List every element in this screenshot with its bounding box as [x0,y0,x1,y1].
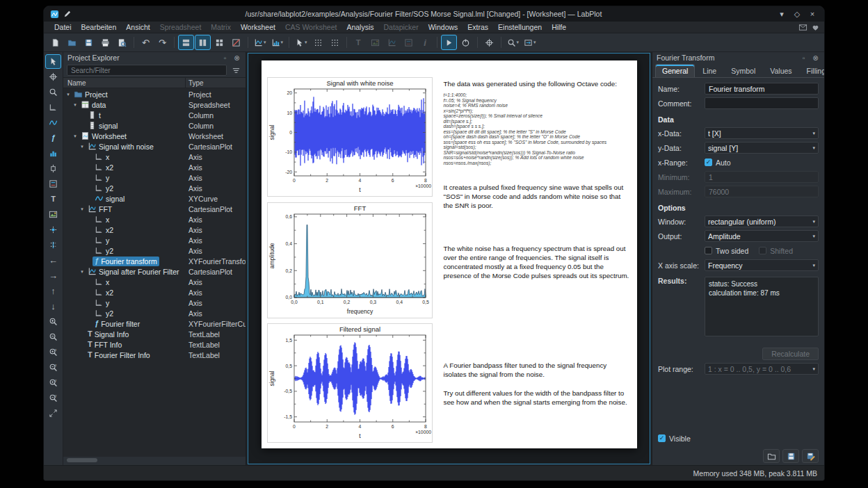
zoom-in-tool[interactable] [45,314,61,329]
tree-row[interactable]: x2Axis [63,287,246,298]
expander-icon[interactable]: ▾ [72,133,79,139]
tree-row[interactable]: xAxis [63,214,246,225]
column-header-type[interactable]: Type [186,78,246,88]
project-explorer-header[interactable]: Project Explorer ▫ ⊗ [63,52,246,63]
auto-scale-tool[interactable] [45,406,61,421]
horizontal-scrollbar[interactable] [65,457,243,463]
add-histogram-tool[interactable] [45,146,61,161]
menu-analysis[interactable]: Analysis [341,22,378,32]
add-plot-button[interactable]: ▾ [252,35,268,50]
open-button[interactable] [64,35,80,50]
menu-windows[interactable]: Windows [424,22,463,32]
tab-line[interactable]: Line [696,64,723,77]
tree-row[interactable]: ƒFourier filterXYFourierFilterCurve [63,318,246,329]
minimum-input[interactable] [705,171,819,183]
tree-row[interactable]: ▾ProjectProject [63,89,246,99]
magnification-button[interactable]: ▾ [522,35,538,50]
donate-icon[interactable] [810,22,820,32]
zoom-out-y-tool[interactable]: y [45,391,61,405]
expander-icon[interactable]: ▾ [79,144,86,149]
plot-range-combo[interactable]: 1 : x = 0 .. 0,5, y = 0 .. 0,6▾ [705,363,819,375]
name-input[interactable] [705,83,819,95]
tree-row[interactable]: xAxis [63,152,246,162]
select-tool[interactable] [45,54,61,69]
add-legend-tool[interactable] [45,177,61,191]
save-template-button[interactable] [782,449,799,463]
maximum-input[interactable] [705,186,819,197]
comment-input[interactable] [705,97,819,109]
zoom-in-x-tool[interactable]: x [45,345,61,359]
menu-einstellungen[interactable]: Einstellungen [493,22,547,32]
tab-filling[interactable]: Filling [800,64,825,77]
navigate-button[interactable] [481,35,497,50]
tab-symbol[interactable]: Symbol [724,64,762,77]
zoom-out-x-tool[interactable]: x [45,360,61,375]
auto-checkbox[interactable] [705,158,712,166]
mouse-mode-button[interactable]: ▾ [293,35,310,50]
print-preview-button[interactable] [114,35,130,50]
menu-hilfe[interactable]: Hilfe [547,22,571,32]
shift-left-x-tool[interactable]: ← [45,253,61,268]
expander-icon[interactable]: ▾ [65,92,72,97]
tree-row[interactable]: ▾FFTCartesianPlot [63,204,246,214]
output-combo[interactable]: Amplitude▾ [705,230,819,242]
stop-button[interactable] [458,35,474,50]
tree-row[interactable]: xAxis [63,277,246,287]
add-child-plot-button[interactable] [384,35,400,50]
search-input[interactable] [67,65,227,76]
two-sided-checkbox[interactable] [705,247,712,254]
plot-signal-with-noise[interactable]: Signal with white noise0246820100-10-20t… [267,77,433,197]
properties-header[interactable]: Fourier Transform ▫ ⊗ [652,52,824,63]
menu-extras[interactable]: Extras [463,22,493,32]
tree-row[interactable]: x2Axis [63,162,246,172]
load-template-button[interactable] [763,449,780,463]
add-equation-curve-tool[interactable]: ƒ [45,131,61,145]
recalculate-button[interactable]: Recalculate [762,348,819,360]
add-xy-curve-tool[interactable] [45,115,61,130]
no-grid-button[interactable] [310,35,326,50]
add-image-button[interactable] [367,35,383,50]
tree-row[interactable]: yAxis [63,235,246,245]
tab-general[interactable]: General [655,64,695,77]
grid-layout-button[interactable] [211,35,227,50]
start-button[interactable] [441,35,457,50]
add-reference-line-tool[interactable] [45,238,61,252]
maximize-button[interactable]: ◇ [791,10,803,19]
close-button[interactable]: × [806,10,819,18]
y-data-combo[interactable]: signal [Y]▾ [705,142,819,154]
export-template-button[interactable] [802,449,819,463]
zoom-select-tool[interactable] [45,85,61,99]
column-header-name[interactable]: Name [63,78,186,88]
tab-values[interactable]: Values [763,64,798,77]
worksheet-canvas[interactable]: Signal with white noise0246820100-10-20t… [262,60,637,448]
float-dock-icon[interactable]: ▫ [220,54,230,62]
tree-row[interactable]: ƒFourier transformXYFourierTransformCurv… [63,256,246,266]
tree-row[interactable]: yAxis [63,172,246,183]
redo-button[interactable]: ↷ [154,35,170,50]
add-custom-point-tool[interactable] [45,222,61,237]
tree-row[interactable]: tColumn [63,110,246,120]
break-layout-button[interactable] [228,35,244,50]
x-axis-scale-combo[interactable]: Frequency▾ [705,259,819,271]
close-dock-icon[interactable]: ⊗ [232,54,241,62]
close-properties-icon[interactable]: ⊗ [811,54,820,62]
save-button[interactable] [81,35,97,50]
tree-row[interactable]: TFFT InfoTextLabel [63,339,246,350]
shift-up-y-tool[interactable]: ↑ [45,284,61,298]
add-info-element-button[interactable]: i [417,35,433,50]
scrollbar-handle[interactable] [67,458,97,462]
shifted-checkbox[interactable] [759,247,766,254]
minimize-button[interactable]: ▾ [775,10,788,19]
plot-fft[interactable]: FFT0,00,10,20,30,40,50,60,40,20,0frequen… [267,202,433,318]
tree-row[interactable]: ▾Signal after Fourier FilterCartesianPlo… [63,266,246,277]
snap-grid-button[interactable] [327,35,343,50]
tree-row[interactable]: TFourier Filter InfoTextLabel [63,350,246,360]
undo-button[interactable]: ↶ [138,35,154,50]
add-plot-template-button[interactable]: ▾ [269,35,286,50]
zoom-out-tool[interactable] [45,330,61,344]
add-text-label-tool[interactable]: T [45,192,61,206]
tree-row[interactable]: ▾Signal with noiseCartesianPlot [63,141,246,152]
tree-header[interactable]: Name Type [63,77,246,88]
visible-checkbox[interactable] [658,434,666,442]
vertical-layout-button[interactable] [178,35,194,50]
